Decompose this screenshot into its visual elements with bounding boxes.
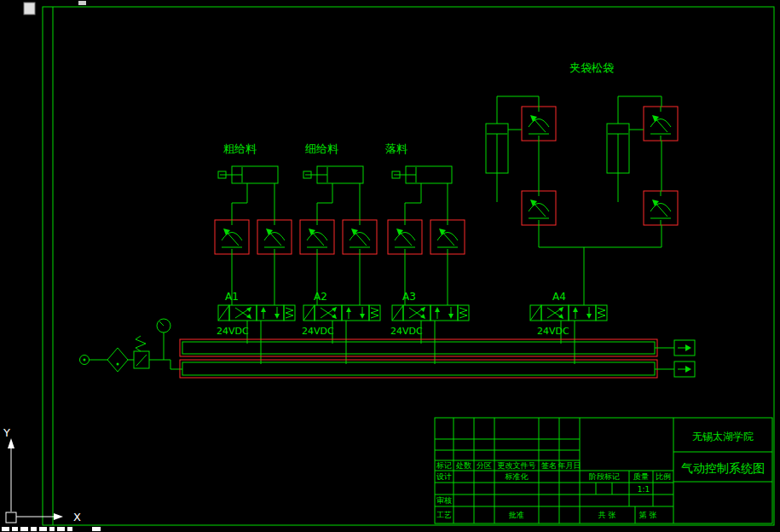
flow-valve-icon [388,220,422,254]
tb-standardization: 标准化 [505,472,529,481]
tb-process: 工艺 [436,511,452,519]
tb-school: 无锡太湖学院 [692,431,754,442]
fine-feed-label: 细给料 [305,142,338,155]
flow-valve-icon [300,220,334,254]
cylinder-bag-right [607,124,629,202]
tb-change-file-no: 更改文件号 [498,461,536,470]
directional-valve-a1 [218,305,295,321]
air-supply-unit [80,319,183,372]
tb-sheet-total: 共 张 [598,511,616,519]
tb-drawing-title: 气动控制系统图 [681,461,765,475]
title-block: 标记 处数 分区 更改文件号 签名 年月日 设计 标准化 审核 工艺 批准 阶段… [435,418,772,523]
ucs-axis-icon: Y X [3,426,81,523]
flow-valve-icon [522,107,556,141]
flow-valve-icon [430,220,465,254]
drop-label: 落料 [385,142,407,155]
flow-valve-icon [522,191,556,225]
outlet-fitting-top [674,340,695,356]
flow-valve-icon [343,220,377,254]
y-axis-label: Y [3,426,10,439]
cad-drawing-canvas: Y X 粗给料 A1 24VDC 细给料 A2 24VDC [0,0,780,532]
tb-scale: 比例 [656,472,671,481]
supply-rail-2 [182,362,655,375]
filter-icon [107,348,128,372]
actuator-group-coarse-feed: 粗给料 A1 24VDC [215,142,295,364]
voltage-a2: 24VDC [302,326,334,337]
drawing-frame [43,7,774,525]
directional-valve-a4 [530,305,607,321]
flow-valve-icon [215,220,249,254]
actuator-group-fine-feed: 细给料 A2 24VDC [300,142,380,364]
valve-tag-a4: A4 [552,291,566,303]
flow-valve-icon [644,191,678,225]
voltage-a1: 24VDC [217,326,249,337]
tb-zone: 分区 [477,461,492,470]
voltage-a3: 24VDC [390,326,423,337]
tb-design: 设计 [436,472,452,481]
bag-label: 夹袋松袋 [569,61,614,74]
directional-valve-a2 [303,305,380,321]
tb-approve: 批准 [508,511,524,519]
tb-count: 处数 [455,461,471,470]
window-artifact-top [24,1,86,14]
cylinder-drop [392,166,452,183]
cylinder-bag-left [486,124,508,202]
outlet-fitting-bottom [674,361,695,377]
supply-rail-1 [182,342,655,354]
tb-sheet-number: 第 张 [639,511,657,519]
tb-date: 年月日 [558,461,581,470]
tb-stage-mark: 阶段标记 [589,472,620,481]
voltage-a4: 24VDC [537,326,569,337]
actuator-group-bag: 夹袋松袋 A4 24VDC [486,61,678,364]
supply-manifold [180,339,695,378]
valve-tag-a1: A1 [225,291,239,303]
flow-valve-icon [644,107,678,141]
coarse-feed-label: 粗给料 [223,142,257,155]
tb-scale-value: 1:1 [638,485,650,494]
cylinder-fine-feed [303,166,363,183]
cylinder-coarse-feed [218,166,278,183]
actuator-group-drop: 落料 A3 24VDC [385,142,469,364]
valve-tag-a2: A2 [314,291,327,303]
tb-weight: 质量 [633,472,649,481]
x-axis-label: X [73,511,81,523]
taskbar-artifacts [2,527,101,531]
tb-signature: 签名 [541,461,557,470]
tb-check: 审核 [436,496,452,505]
valve-tag-a3: A3 [402,291,416,303]
directional-valve-a3 [392,305,469,321]
flow-valve-icon [257,220,292,254]
tb-mark: 标记 [436,461,452,470]
